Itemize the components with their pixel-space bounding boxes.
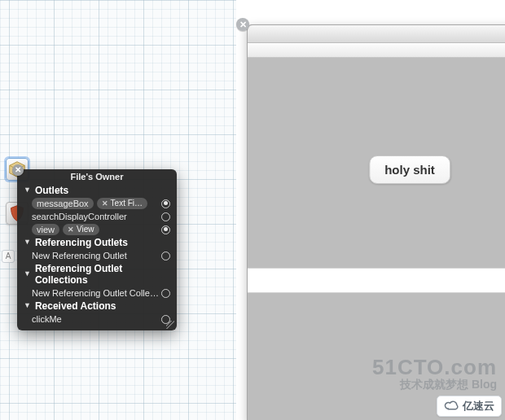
resize-grip-icon[interactable] (166, 321, 174, 329)
section-referencing-outlet-collections[interactable]: ▼ Referencing Outlet Collections (17, 262, 177, 287)
watermark-badge: 亿速云 (437, 396, 502, 417)
disconnect-icon[interactable]: ✕ (102, 198, 108, 209)
simulator-titlebar[interactable] (248, 25, 505, 43)
holy-shit-button[interactable]: holy shit (369, 155, 450, 184)
outlet-row-searchdisplaycontroller[interactable]: searchDisplayController (17, 210, 177, 223)
outlet-name: New Referencing Outlet (32, 250, 161, 261)
section-outlets[interactable]: ▼ Outlets (17, 184, 177, 197)
connection-port-icon[interactable] (161, 252, 170, 260)
watermark-line1: 51CTO.com (372, 357, 497, 378)
section-referencing-outlets[interactable]: ▼ Referencing Outlets (17, 236, 177, 249)
connection-port-icon[interactable] (161, 289, 170, 298)
outlet-name: clickMe (32, 313, 161, 325)
outlet-name: messageBox (32, 198, 94, 209)
message-text-field[interactable] (248, 268, 505, 293)
outlet-name: searchDisplayController (32, 211, 161, 222)
yisu-cloud-icon (444, 399, 459, 413)
connection-port-icon[interactable] (161, 212, 170, 221)
ref-outlet-coll-row-new[interactable]: New Referencing Outlet Colle… (17, 287, 177, 300)
section-label: Referencing Outlets (35, 237, 128, 248)
connection-port-icon[interactable] (161, 199, 170, 208)
watermark-line2: 技术成就梦想 Blog (372, 378, 497, 391)
disconnect-icon[interactable]: ✕ (68, 224, 74, 235)
section-label: Outlets (35, 185, 68, 196)
disclosure-triangle-icon: ▼ (24, 269, 31, 278)
object-chip-icon[interactable]: A (2, 250, 15, 263)
connection-port-icon[interactable] (161, 225, 170, 234)
outlet-name: New Referencing Outlet Colle… (32, 287, 161, 299)
outlet-row-view[interactable]: view ✕View (17, 223, 177, 236)
ref-outlet-row-new[interactable]: New Referencing Outlet (17, 249, 177, 262)
simulator-detach-icon[interactable]: ✕ (236, 18, 249, 31)
connection-chip[interactable]: ✕View (63, 224, 99, 235)
disclosure-triangle-icon: ▼ (24, 238, 31, 246)
outlet-name: view (32, 224, 59, 235)
section-received-actions[interactable]: ▼ Received Actions (17, 300, 177, 313)
disclosure-triangle-icon: ▼ (24, 301, 31, 309)
connection-chip[interactable]: ✕Text Fi… (97, 198, 147, 209)
section-label: Referencing Outlet Collections (35, 263, 170, 286)
simulator-statusbar (248, 43, 505, 58)
watermark-badge-text: 亿速云 (463, 399, 494, 413)
hud-close-icon[interactable]: ✕ (12, 164, 24, 176)
action-row-clickme[interactable]: clickMe (17, 313, 177, 326)
section-label: Received Actions (35, 300, 116, 312)
disclosure-triangle-icon: ▼ (24, 186, 31, 194)
outlet-row-messagebox[interactable]: messageBox ✕Text Fi… (17, 197, 177, 210)
hud-title: File's Owner (17, 169, 177, 184)
connections-hud: ✕ File's Owner ▼ Outlets messageBox ✕Tex… (17, 169, 177, 330)
watermark-51cto: 51CTO.com 技术成就梦想 Blog (372, 357, 497, 391)
